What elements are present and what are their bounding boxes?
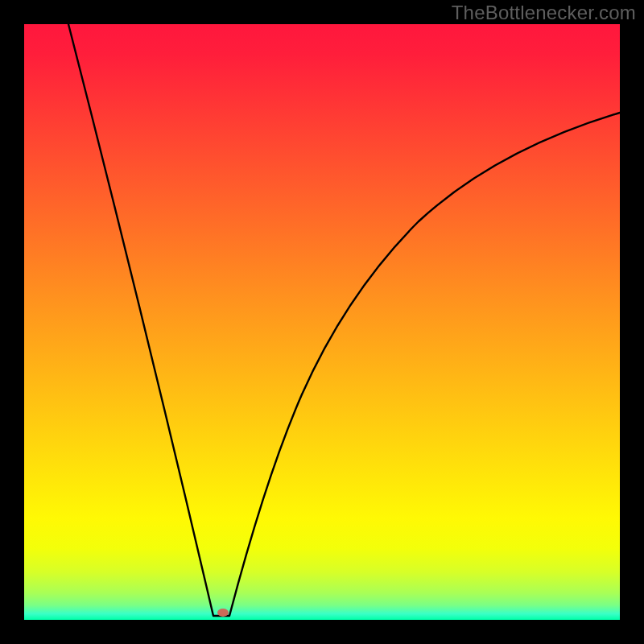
chart-plot-area: [24, 24, 620, 620]
optimal-point-marker: [217, 609, 229, 617]
watermark-label: TheBottlenecker.com: [452, 2, 636, 24]
chart-frame: TheBottlenecker.com: [0, 0, 644, 644]
bottleneck-chart: [0, 0, 644, 644]
